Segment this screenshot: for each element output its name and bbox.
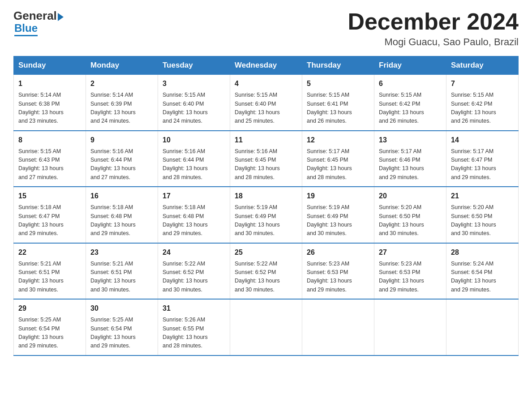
- day-number: 30: [90, 303, 153, 314]
- day-info: Sunrise: 5:14 AM Sunset: 6:39 PM Dayligh…: [90, 91, 153, 126]
- day-number: 22: [18, 247, 81, 258]
- day-info: Sunrise: 5:16 AM Sunset: 6:45 PM Dayligh…: [235, 147, 297, 182]
- day-number: 6: [379, 78, 442, 89]
- calendar-day-cell: 21Sunrise: 5:20 AM Sunset: 6:50 PM Dayli…: [446, 187, 519, 243]
- calendar-day-cell: [446, 299, 519, 355]
- day-number: 21: [451, 191, 514, 201]
- calendar-day-cell: 14Sunrise: 5:17 AM Sunset: 6:47 PM Dayli…: [446, 131, 519, 187]
- day-number: 10: [163, 135, 225, 146]
- day-info: Sunrise: 5:15 AM Sunset: 6:41 PM Dayligh…: [307, 91, 369, 126]
- col-header-monday: Monday: [86, 56, 158, 75]
- day-number: 18: [235, 191, 297, 201]
- day-info: Sunrise: 5:15 AM Sunset: 6:42 PM Dayligh…: [451, 91, 514, 126]
- calendar-day-cell: 30Sunrise: 5:25 AM Sunset: 6:54 PM Dayli…: [86, 299, 158, 355]
- calendar-day-cell: 24Sunrise: 5:22 AM Sunset: 6:52 PM Dayli…: [158, 243, 230, 300]
- day-number: 1: [18, 78, 81, 89]
- day-number: 14: [451, 135, 514, 146]
- day-info: Sunrise: 5:26 AM Sunset: 6:55 PM Dayligh…: [163, 316, 225, 351]
- day-info: Sunrise: 5:14 AM Sunset: 6:38 PM Dayligh…: [18, 91, 81, 126]
- calendar-week-row: 22Sunrise: 5:21 AM Sunset: 6:51 PM Dayli…: [14, 243, 519, 300]
- day-number: 3: [163, 78, 225, 89]
- calendar-day-cell: 7Sunrise: 5:15 AM Sunset: 6:42 PM Daylig…: [446, 75, 519, 131]
- day-info: Sunrise: 5:15 AM Sunset: 6:40 PM Dayligh…: [235, 91, 297, 126]
- logo-blue-text: Blue: [14, 22, 38, 36]
- calendar-day-cell: [302, 299, 374, 355]
- calendar-day-cell: 1Sunrise: 5:14 AM Sunset: 6:38 PM Daylig…: [14, 75, 86, 131]
- day-info: Sunrise: 5:15 AM Sunset: 6:42 PM Dayligh…: [379, 91, 442, 126]
- day-number: 7: [451, 78, 514, 89]
- day-info: Sunrise: 5:23 AM Sunset: 6:53 PM Dayligh…: [379, 260, 442, 295]
- logo: General Blue: [13, 9, 64, 36]
- calendar-week-row: 29Sunrise: 5:25 AM Sunset: 6:54 PM Dayli…: [14, 299, 519, 355]
- calendar-day-cell: 29Sunrise: 5:25 AM Sunset: 6:54 PM Dayli…: [14, 299, 86, 355]
- logo-triangle-icon: [58, 13, 64, 21]
- calendar-day-cell: 25Sunrise: 5:22 AM Sunset: 6:52 PM Dayli…: [230, 243, 302, 300]
- day-number: 11: [235, 135, 297, 146]
- title-block: December 2024 Mogi Guacu, Sao Paulo, Bra…: [348, 9, 519, 48]
- calendar-day-cell: 9Sunrise: 5:16 AM Sunset: 6:44 PM Daylig…: [86, 131, 158, 187]
- calendar-day-cell: 6Sunrise: 5:15 AM Sunset: 6:42 PM Daylig…: [374, 75, 446, 131]
- day-info: Sunrise: 5:22 AM Sunset: 6:52 PM Dayligh…: [163, 260, 225, 295]
- day-info: Sunrise: 5:25 AM Sunset: 6:54 PM Dayligh…: [90, 316, 153, 351]
- col-header-wednesday: Wednesday: [230, 56, 302, 75]
- calendar-day-cell: 15Sunrise: 5:18 AM Sunset: 6:47 PM Dayli…: [14, 187, 86, 243]
- calendar-week-row: 8Sunrise: 5:15 AM Sunset: 6:43 PM Daylig…: [14, 131, 519, 187]
- day-info: Sunrise: 5:18 AM Sunset: 6:48 PM Dayligh…: [90, 203, 153, 238]
- calendar-day-cell: 8Sunrise: 5:15 AM Sunset: 6:43 PM Daylig…: [14, 131, 86, 187]
- day-info: Sunrise: 5:24 AM Sunset: 6:54 PM Dayligh…: [451, 260, 514, 295]
- calendar-day-cell: [230, 299, 302, 355]
- day-number: 24: [163, 247, 225, 258]
- calendar-day-cell: 19Sunrise: 5:19 AM Sunset: 6:49 PM Dayli…: [302, 187, 374, 243]
- calendar-day-cell: 22Sunrise: 5:21 AM Sunset: 6:51 PM Dayli…: [14, 243, 86, 300]
- day-info: Sunrise: 5:21 AM Sunset: 6:51 PM Dayligh…: [90, 260, 153, 295]
- day-number: 19: [307, 191, 369, 201]
- calendar-day-cell: 27Sunrise: 5:23 AM Sunset: 6:53 PM Dayli…: [374, 243, 446, 300]
- day-number: 20: [379, 191, 442, 201]
- col-header-thursday: Thursday: [302, 56, 374, 75]
- day-number: 17: [163, 191, 225, 201]
- calendar-day-cell: 31Sunrise: 5:26 AM Sunset: 6:55 PM Dayli…: [158, 299, 230, 355]
- day-info: Sunrise: 5:17 AM Sunset: 6:47 PM Dayligh…: [451, 147, 514, 182]
- calendar-day-cell: 2Sunrise: 5:14 AM Sunset: 6:39 PM Daylig…: [86, 75, 158, 131]
- col-header-friday: Friday: [374, 56, 446, 75]
- day-info: Sunrise: 5:18 AM Sunset: 6:47 PM Dayligh…: [18, 203, 81, 238]
- day-number: 2: [90, 78, 153, 89]
- day-info: Sunrise: 5:19 AM Sunset: 6:49 PM Dayligh…: [307, 203, 369, 238]
- day-number: 8: [18, 135, 81, 146]
- calendar-day-cell: 5Sunrise: 5:15 AM Sunset: 6:41 PM Daylig…: [302, 75, 374, 131]
- logo-general: General: [13, 9, 57, 23]
- day-info: Sunrise: 5:17 AM Sunset: 6:46 PM Dayligh…: [379, 147, 442, 182]
- calendar-day-cell: 18Sunrise: 5:19 AM Sunset: 6:49 PM Dayli…: [230, 187, 302, 243]
- day-number: 5: [307, 78, 369, 89]
- calendar-day-cell: 3Sunrise: 5:15 AM Sunset: 6:40 PM Daylig…: [158, 75, 230, 131]
- day-number: 9: [90, 135, 153, 146]
- calendar-day-cell: 11Sunrise: 5:16 AM Sunset: 6:45 PM Dayli…: [230, 131, 302, 187]
- day-info: Sunrise: 5:17 AM Sunset: 6:45 PM Dayligh…: [307, 147, 369, 182]
- calendar-week-row: 15Sunrise: 5:18 AM Sunset: 6:47 PM Dayli…: [14, 187, 519, 243]
- calendar-day-cell: 10Sunrise: 5:16 AM Sunset: 6:44 PM Dayli…: [158, 131, 230, 187]
- calendar-table: SundayMondayTuesdayWednesdayThursdayFrid…: [13, 56, 519, 356]
- calendar-day-cell: 17Sunrise: 5:18 AM Sunset: 6:48 PM Dayli…: [158, 187, 230, 243]
- col-header-tuesday: Tuesday: [158, 56, 230, 75]
- day-number: 31: [163, 303, 225, 314]
- day-info: Sunrise: 5:15 AM Sunset: 6:43 PM Dayligh…: [18, 147, 81, 182]
- day-info: Sunrise: 5:20 AM Sunset: 6:50 PM Dayligh…: [379, 203, 442, 238]
- day-info: Sunrise: 5:25 AM Sunset: 6:54 PM Dayligh…: [18, 316, 81, 351]
- location-subtitle: Mogi Guacu, Sao Paulo, Brazil: [348, 36, 519, 48]
- month-title: December 2024: [348, 9, 519, 34]
- day-number: 28: [451, 247, 514, 258]
- col-header-sunday: Sunday: [14, 56, 86, 75]
- day-info: Sunrise: 5:16 AM Sunset: 6:44 PM Dayligh…: [90, 147, 153, 182]
- day-number: 12: [307, 135, 369, 146]
- day-number: 25: [235, 247, 297, 258]
- day-number: 27: [379, 247, 442, 258]
- day-info: Sunrise: 5:21 AM Sunset: 6:51 PM Dayligh…: [18, 260, 81, 295]
- calendar-day-cell: 12Sunrise: 5:17 AM Sunset: 6:45 PM Dayli…: [302, 131, 374, 187]
- day-info: Sunrise: 5:23 AM Sunset: 6:53 PM Dayligh…: [307, 260, 369, 295]
- calendar-day-cell: 23Sunrise: 5:21 AM Sunset: 6:51 PM Dayli…: [86, 243, 158, 300]
- calendar-day-cell: 28Sunrise: 5:24 AM Sunset: 6:54 PM Dayli…: [446, 243, 519, 300]
- day-info: Sunrise: 5:15 AM Sunset: 6:40 PM Dayligh…: [163, 91, 225, 126]
- page-header: General Blue December 2024 Mogi Guacu, S…: [13, 9, 519, 48]
- day-number: 23: [90, 247, 153, 258]
- day-number: 26: [307, 247, 369, 258]
